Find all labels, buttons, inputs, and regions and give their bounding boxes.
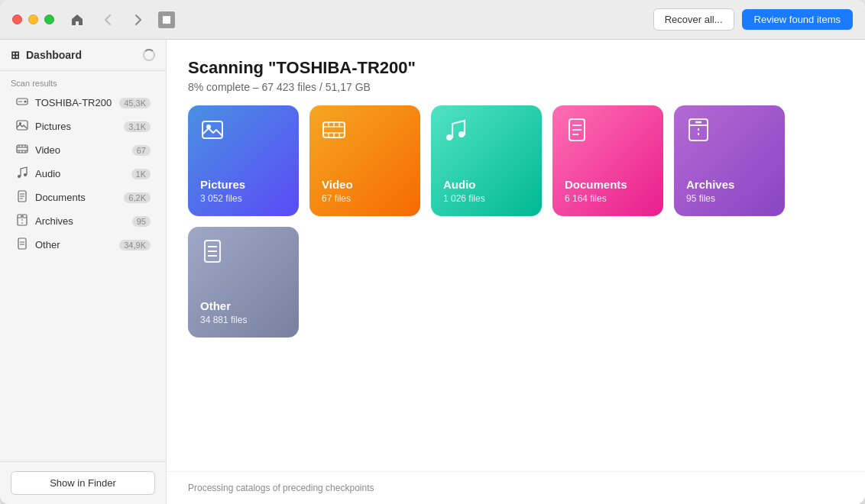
film-icon	[16, 143, 28, 155]
card-pictures[interactable]: Pictures 3 052 files	[188, 105, 299, 216]
traffic-lights	[12, 15, 54, 24]
sidebar-item-archives[interactable]: Archives 95	[5, 210, 161, 232]
sidebar: ⊞ Dashboard Scan results TOSHIBA-TR200 4…	[0, 40, 167, 504]
sidebar-item-toshiba[interactable]: TOSHIBA-TR200 45,3K	[5, 92, 161, 114]
svg-rect-0	[163, 16, 170, 24]
main-layout: ⊞ Dashboard Scan results TOSHIBA-TR200 4…	[0, 40, 865, 504]
sidebar-other-badge: 34,9K	[119, 240, 151, 250]
stop-button[interactable]	[158, 11, 175, 28]
sidebar-other-label: Other	[35, 239, 113, 250]
sidebar-video-badge: 67	[132, 145, 151, 156]
card-archives[interactable]: Archives 95 files	[674, 105, 785, 216]
svg-point-40	[458, 131, 465, 137]
svg-rect-4	[17, 121, 28, 130]
image-icon	[16, 119, 28, 131]
sidebar-pictures-badge: 3,1K	[124, 121, 151, 132]
card-video-label: Video	[322, 178, 408, 192]
card-documents-icon	[565, 118, 589, 148]
card-other[interactable]: Other 34 881 files	[188, 227, 299, 338]
card-archives-icon	[686, 118, 711, 148]
svg-rect-25	[18, 238, 26, 249]
close-button[interactable]	[12, 15, 22, 24]
pictures-icon	[15, 119, 29, 134]
sidebar-item-other[interactable]: Other 34,9K	[5, 234, 161, 256]
review-found-items-button[interactable]: Review found items	[742, 9, 853, 30]
forward-button[interactable]	[128, 9, 149, 31]
card-documents-count: 6 164 files	[565, 193, 651, 204]
archives-icon	[15, 214, 29, 228]
card-other-label: Other	[200, 299, 287, 313]
scan-results-label: Scan results	[0, 71, 166, 91]
document-card-icon	[565, 118, 589, 142]
sidebar-header: ⊞ Dashboard	[0, 40, 166, 71]
sidebar-archives-label: Archives	[35, 215, 126, 227]
minimize-button[interactable]	[28, 15, 38, 24]
sidebar-item-audio[interactable]: Audio 1K	[5, 163, 161, 185]
recover-all-button[interactable]: Recover all...	[653, 8, 734, 31]
sidebar-item-video[interactable]: Video 67	[5, 139, 161, 161]
svg-point-15	[18, 175, 21, 178]
sidebar-item-pictures[interactable]: Pictures 3,1K	[5, 115, 161, 137]
sidebar-item-documents[interactable]: Documents 6,2K	[5, 186, 161, 208]
card-audio-count: 1 026 files	[443, 193, 530, 204]
loading-spinner	[143, 49, 155, 61]
other-card-icon	[200, 239, 225, 263]
sidebar-audio-badge: 1K	[131, 169, 151, 179]
home-icon	[70, 13, 84, 27]
sidebar-toshiba-badge: 45,3K	[119, 98, 151, 108]
card-other-count: 34 881 files	[200, 315, 287, 325]
card-other-icon	[200, 239, 225, 270]
main-content: Scanning "TOSHIBA-TR200" 8% complete – 6…	[167, 40, 865, 504]
card-audio-label: Audio	[443, 178, 530, 192]
audio-icon	[15, 166, 29, 181]
card-documents-label: Documents	[565, 178, 651, 192]
documents-icon	[15, 190, 29, 205]
card-pictures-icon	[200, 118, 225, 148]
file-icon	[16, 237, 28, 250]
other-icon	[15, 237, 29, 252]
sidebar-footer: Show in Finder	[0, 461, 166, 504]
video-card-icon	[322, 118, 346, 142]
titlebar: Recover all... Review found items	[0, 0, 865, 40]
content-header: Scanning "TOSHIBA-TR200" 8% complete – 6…	[167, 40, 865, 105]
svg-point-16	[24, 173, 27, 176]
grid-icon: ⊞	[11, 49, 20, 61]
card-documents[interactable]: Documents 6 164 files	[552, 105, 663, 216]
sidebar-toshiba-label: TOSHIBA-TR200	[35, 97, 113, 108]
back-button[interactable]	[97, 9, 118, 31]
cards-grid: Pictures 3 052 files	[167, 105, 865, 338]
card-audio-icon	[443, 118, 468, 148]
svg-point-39	[446, 134, 452, 141]
svg-rect-28	[202, 121, 222, 138]
sidebar-audio-label: Audio	[35, 168, 125, 179]
sidebar-pictures-label: Pictures	[35, 121, 118, 132]
card-archives-count: 95 files	[686, 193, 773, 204]
sidebar-title-label: Dashboard	[26, 49, 82, 61]
app-window: Recover all... Review found items ⊞ Dash…	[0, 0, 865, 504]
status-text: Processing catalogs of preceding checkpo…	[188, 483, 374, 493]
titlebar-main	[66, 9, 653, 31]
sidebar-title: ⊞ Dashboard	[11, 49, 82, 61]
status-bar: Processing catalogs of preceding checkpo…	[167, 471, 865, 504]
music-icon	[16, 166, 28, 179]
card-video-count: 67 files	[322, 193, 408, 204]
card-video[interactable]: Video 67 files	[309, 105, 420, 216]
card-video-icon	[322, 118, 346, 148]
card-audio[interactable]: Audio 1 026 files	[431, 105, 542, 216]
sidebar-documents-label: Documents	[35, 192, 118, 203]
fullscreen-button[interactable]	[44, 15, 54, 24]
scanning-subtitle: 8% complete – 67 423 files / 51,17 GB	[188, 81, 844, 93]
archive-card-icon	[686, 118, 711, 142]
scanning-title: Scanning "TOSHIBA-TR200"	[188, 58, 844, 78]
chevron-left-icon	[104, 14, 112, 26]
chevron-right-icon	[134, 14, 142, 26]
svg-point-2	[24, 101, 27, 103]
sidebar-video-label: Video	[35, 144, 126, 156]
sidebar-documents-badge: 6,2K	[124, 192, 151, 203]
svg-point-5	[19, 122, 21, 124]
home-button[interactable]	[66, 9, 88, 31]
audio-card-icon	[443, 118, 468, 142]
show-in-finder-button[interactable]: Show in Finder	[11, 471, 155, 495]
hdd-icon	[16, 95, 28, 108]
archive-icon	[16, 214, 28, 226]
